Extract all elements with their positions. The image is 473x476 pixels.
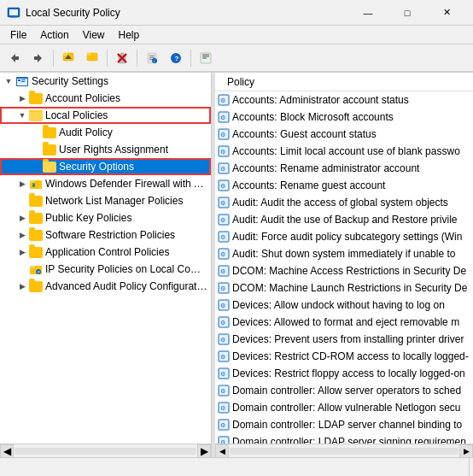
tree-item-user-rights[interactable]: ▶ User Rights Assignment bbox=[0, 141, 211, 158]
policy-item-icon: ⚙ bbox=[215, 177, 232, 194]
right-hscrollbar[interactable]: ◀ ▶ bbox=[215, 444, 473, 457]
list-item[interactable]: ⚙ Accounts: Guest account status bbox=[215, 126, 473, 143]
policy-item-icon: ⚙ bbox=[215, 211, 232, 228]
tree-item-ip-security[interactable]: ▶ IP IP Security Policies on Local Compu… bbox=[0, 261, 211, 278]
tree-item-windows-defender[interactable]: ▶ Windows Defender Firewall with Adva bbox=[0, 175, 211, 192]
tree-scroll-thumb[interactable] bbox=[15, 448, 196, 455]
window-controls: — □ ✕ bbox=[348, 0, 466, 26]
list-item[interactable]: ⚙ DCOM: Machine Access Restrictions in S… bbox=[215, 262, 473, 279]
folder-icon-app-control bbox=[29, 245, 43, 259]
account-policies-label: Account Policies bbox=[45, 92, 120, 104]
expand-local[interactable]: ▼ bbox=[15, 107, 29, 124]
delete-button[interactable] bbox=[111, 47, 133, 69]
expand-root[interactable]: ▼ bbox=[2, 73, 15, 90]
maximize-button[interactable]: □ bbox=[388, 0, 427, 26]
up-button[interactable] bbox=[57, 47, 79, 69]
svg-point-19 bbox=[152, 58, 157, 63]
policy-item-icon: ⚙ bbox=[215, 228, 232, 245]
security-options-label: Security Options bbox=[59, 161, 134, 173]
tree-item-local-policies[interactable]: ▼ Local Policies bbox=[0, 107, 211, 124]
list-item[interactable]: ⚙ Audit: Force audit policy subcategory … bbox=[215, 228, 473, 245]
policy-list-header: Policy bbox=[215, 73, 473, 91]
list-item[interactable]: ⚙ Devices: Restrict CD-ROM access to loc… bbox=[215, 348, 473, 365]
list-item[interactable]: ⚙ Domain controller: LDAP server signing… bbox=[215, 433, 473, 444]
right-scroll-thumb[interactable] bbox=[230, 448, 458, 455]
policy-item-name: Devices: Prevent users from installing p… bbox=[232, 333, 470, 345]
main-content: ▼ Security Settings ▶ bbox=[0, 72, 473, 457]
export-button[interactable] bbox=[195, 47, 217, 69]
properties-button[interactable]: i bbox=[141, 47, 163, 69]
close-button[interactable]: ✕ bbox=[427, 0, 466, 26]
tree-item-software-restriction[interactable]: ▶ Software Restriction Policies bbox=[0, 226, 211, 244]
menu-file[interactable]: File bbox=[3, 27, 33, 43]
list-item[interactable]: ⚙ Accounts: Administrator account status bbox=[215, 91, 473, 109]
tree-item-root[interactable]: ▼ Security Settings bbox=[0, 73, 211, 90]
list-item[interactable]: ⚙ Accounts: Limit local account use of b… bbox=[215, 143, 473, 160]
policy-item-name: Domain controller: Allow server operator… bbox=[232, 385, 470, 397]
policy-item-icon: ⚙ bbox=[215, 416, 232, 433]
svg-rect-33 bbox=[30, 180, 35, 183]
list-item[interactable]: ⚙ Devices: Prevent users from installing… bbox=[215, 331, 473, 348]
tree-hscrollbar[interactable]: ◀ ▶ bbox=[0, 444, 211, 457]
svg-text:⚙: ⚙ bbox=[220, 268, 225, 274]
list-item[interactable]: ⚙ DCOM: Machine Launch Restrictions in S… bbox=[215, 279, 473, 297]
policy-item-name: Devices: Restrict CD-ROM access to local… bbox=[232, 350, 470, 362]
folder-icon-ip-security: IP bbox=[29, 262, 43, 276]
tree-item-adv-audit[interactable]: ▶ Advanced Audit Policy Configuration bbox=[0, 278, 211, 295]
list-item[interactable]: ⚙ Devices: Restrict floppy access to loc… bbox=[215, 365, 473, 382]
list-item[interactable]: ⚙ Accounts: Rename guest account bbox=[215, 177, 473, 194]
svg-text:⚙: ⚙ bbox=[220, 320, 225, 326]
audit-label: Audit Policy bbox=[59, 126, 113, 138]
list-item[interactable]: ⚙ Devices: Allow undock without having t… bbox=[215, 297, 473, 314]
list-item[interactable]: ⚙ Devices: Allowed to format and eject r… bbox=[215, 314, 473, 331]
menu-action[interactable]: Action bbox=[33, 27, 75, 43]
defender-label: Windows Defender Firewall with Adva bbox=[45, 178, 207, 190]
help-button[interactable]: ? bbox=[165, 47, 187, 69]
list-item[interactable]: ⚙ Domain controller: Allow server operat… bbox=[215, 382, 473, 399]
list-item[interactable]: ⚙ Domain controller: Allow vulnerable Ne… bbox=[215, 399, 473, 416]
menu-help[interactable]: Help bbox=[112, 27, 147, 43]
minimize-button[interactable]: — bbox=[348, 0, 388, 26]
list-item[interactable]: ⚙ Domain controller: LDAP server channel… bbox=[215, 416, 473, 433]
tree-scroll-right[interactable]: ▶ bbox=[197, 444, 211, 458]
list-item[interactable]: ⚙ Accounts: Block Microsoft accounts bbox=[215, 109, 473, 126]
svg-rect-31 bbox=[21, 81, 25, 82]
list-item[interactable]: ⚙ Audit: Audit the use of Backup and Res… bbox=[215, 211, 473, 228]
expand-public-key[interactable]: ▶ bbox=[15, 209, 29, 226]
policy-item-icon: ⚙ bbox=[215, 297, 232, 314]
expand-adv-audit[interactable]: ▶ bbox=[15, 278, 29, 295]
tree-item-account-policies[interactable]: ▶ Account Policies bbox=[0, 90, 211, 107]
right-scroll-left[interactable]: ◀ bbox=[215, 444, 229, 458]
menu-view[interactable]: View bbox=[76, 27, 112, 43]
list-item[interactable]: ⚙ Audit: Audit the access of global syst… bbox=[215, 194, 473, 211]
status-text bbox=[3, 458, 470, 476]
policy-item-name: Audit: Audit the use of Backup and Resto… bbox=[232, 214, 470, 226]
expand-account[interactable]: ▶ bbox=[15, 90, 29, 107]
menu-bar: File Action View Help bbox=[0, 26, 473, 44]
svg-text:⚙: ⚙ bbox=[220, 422, 225, 428]
list-item[interactable]: ⚙ Accounts: Rename administrator account bbox=[215, 160, 473, 177]
policy-item-name: Audit: Force audit policy subcategory se… bbox=[232, 231, 470, 243]
right-scroll-right[interactable]: ▶ bbox=[459, 444, 473, 458]
policy-item-name: Audit: Audit the access of global system… bbox=[232, 197, 470, 209]
tree-item-audit[interactable]: ▶ Audit Policy bbox=[0, 124, 211, 141]
svg-text:⚙: ⚙ bbox=[220, 354, 225, 360]
expand-defender[interactable]: ▶ bbox=[15, 175, 29, 192]
list-item[interactable]: ⚙ Audit: Shut down system immediately if… bbox=[215, 245, 473, 262]
tree-scroll-left[interactable]: ◀ bbox=[0, 444, 14, 458]
forward-button[interactable] bbox=[27, 47, 50, 69]
tree-item-public-key[interactable]: ▶ Public Key Policies bbox=[0, 209, 211, 226]
right-panel: Policy ⚙ Accounts: Administrator account… bbox=[215, 73, 473, 457]
show-hide-button[interactable] bbox=[81, 47, 103, 69]
expand-app-control[interactable]: ▶ bbox=[15, 244, 29, 261]
folder-icon-public-key bbox=[29, 211, 43, 225]
tree-item-security-options[interactable]: ▶ Security Options bbox=[0, 158, 211, 175]
public-key-label: Public Key Policies bbox=[45, 212, 131, 224]
expand-software[interactable]: ▶ bbox=[15, 226, 29, 244]
back-button[interactable] bbox=[3, 47, 26, 69]
svg-text:⚙: ⚙ bbox=[220, 285, 225, 291]
tree-item-app-control[interactable]: ▶ Application Control Policies bbox=[0, 244, 211, 261]
tree-item-network-list[interactable]: ▶ Network List Manager Policies bbox=[0, 192, 211, 209]
policy-item-icon: ⚙ bbox=[215, 331, 232, 348]
folder-icon-network bbox=[29, 194, 43, 208]
